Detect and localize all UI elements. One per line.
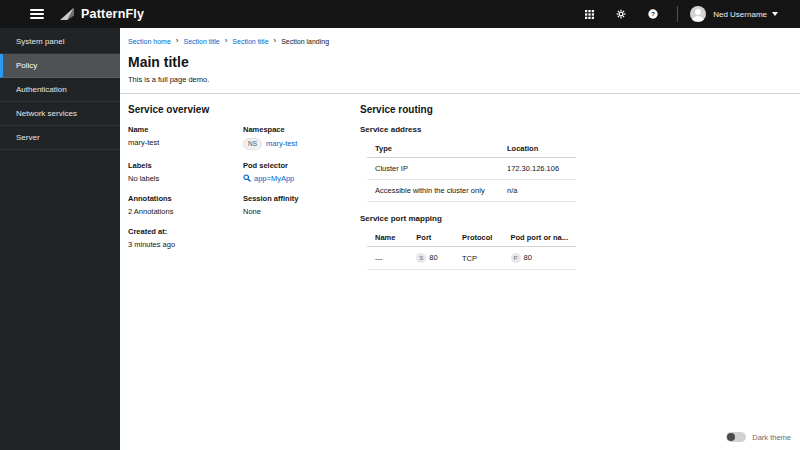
sidebar-item-system-panel[interactable]: System panel <box>0 30 120 54</box>
field-annotations: Annotations 2 Annotations <box>128 194 243 216</box>
breadcrumb-separator-icon: › <box>176 37 179 45</box>
service-overview-section: Service overview Name mary-test Namespac… <box>128 104 360 282</box>
service-routing-section: Service routing Service address Type Loc… <box>360 104 584 282</box>
column-header-port: Port <box>408 229 454 247</box>
app-launcher-icon[interactable] <box>581 6 597 22</box>
svg-text:?: ? <box>651 10 655 17</box>
breadcrumb-current: Section landing <box>281 38 329 45</box>
field-namespace: Namespace NS mary-test <box>243 125 360 150</box>
theme-control: Dark theme <box>726 432 791 442</box>
sidebar-nav: System panel Policy Authentication Netwo… <box>0 28 120 450</box>
field-pod-selector: Pod selector app=MyApp <box>243 161 360 183</box>
table-row: Accessible within the cluster only n/a <box>367 180 576 202</box>
toggle-knob <box>727 433 735 441</box>
pod-port-badge: P <box>511 253 521 263</box>
breadcrumb: Section home › Section title › Section t… <box>128 37 790 45</box>
cell-location: 172.30.126.106 <box>499 158 576 180</box>
field-value: app=MyApp <box>243 174 354 183</box>
breadcrumb-link[interactable]: Section home <box>128 38 171 45</box>
field-label: Created at: <box>128 227 237 236</box>
masthead: PatternFly <box>0 0 800 28</box>
settings-gear-icon[interactable] <box>613 6 629 22</box>
service-overview-title: Service overview <box>128 104 360 115</box>
avatar[interactable] <box>690 6 706 22</box>
breadcrumb-link[interactable]: Section title <box>232 38 268 45</box>
column-header-protocol: Protocol <box>454 229 502 247</box>
cell-protocol: TCP <box>454 247 502 270</box>
cell-port: S80 <box>408 247 454 270</box>
column-header-location: Location <box>499 140 576 158</box>
cell-type: Cluster IP <box>367 158 499 180</box>
page-header: Section home › Section title › Section t… <box>120 28 800 94</box>
sidebar-item-authentication[interactable]: Authentication <box>0 78 120 102</box>
column-header-name: Name <box>367 229 408 247</box>
chevron-down-icon[interactable] <box>772 12 778 16</box>
field-label: Annotations <box>128 194 237 203</box>
nav-toggle-icon[interactable] <box>30 9 44 19</box>
field-value: None <box>243 207 354 216</box>
search-icon <box>243 174 251 182</box>
dark-theme-label: Dark theme <box>752 433 791 442</box>
field-label: Session affinity <box>243 194 354 203</box>
table-row: Cluster IP 172.30.126.106 <box>367 158 576 180</box>
sidebar-item-policy[interactable]: Policy <box>0 54 120 78</box>
field-name: Name mary-test <box>128 125 243 150</box>
cell-name: --- <box>367 247 408 270</box>
page-subtitle: This is a full page demo. <box>128 75 790 84</box>
field-session-affinity: Session affinity None <box>243 194 360 216</box>
brand[interactable]: PatternFly <box>59 7 144 21</box>
cell-pod-port: P80 <box>503 247 577 270</box>
field-value: 3 minutes ago <box>128 240 237 249</box>
username[interactable]: Ned Username <box>713 10 767 19</box>
cell-type: Accessible within the cluster only <box>367 180 499 202</box>
service-routing-title: Service routing <box>360 104 584 115</box>
patternfly-logo-icon <box>59 7 75 21</box>
namespace-badge: NS <box>243 138 262 150</box>
service-port-badge: S <box>416 253 426 263</box>
field-created-at: Created at: 3 minutes ago <box>128 227 243 249</box>
pod-selector-link[interactable]: app=MyApp <box>254 174 294 183</box>
help-question-icon[interactable]: ? <box>645 6 661 22</box>
field-label: Labels <box>128 161 237 170</box>
dark-theme-toggle[interactable] <box>726 432 746 442</box>
cell-location: n/a <box>499 180 576 202</box>
table-row: --- S80 TCP P80 <box>367 247 576 270</box>
service-address-title: Service address <box>360 125 584 134</box>
sidebar-item-network-services[interactable]: Network services <box>0 102 120 126</box>
field-label: Namespace <box>243 125 354 134</box>
page-title: Main title <box>128 54 790 70</box>
brand-name: PatternFly <box>81 7 144 21</box>
column-header-pod-port: Pod port or na... <box>503 229 577 247</box>
main-content: Section home › Section title › Section t… <box>120 28 800 450</box>
field-label: Pod selector <box>243 161 354 170</box>
column-header-type: Type <box>367 140 499 158</box>
sidebar-item-server[interactable]: Server <box>0 126 120 150</box>
service-address-table: Type Location Cluster IP 172.30.126.106 … <box>367 140 576 202</box>
service-port-mapping-table: Name Port Protocol Pod port or na... ---… <box>367 229 576 270</box>
field-label: Name <box>128 125 237 134</box>
field-value: No labels <box>128 174 237 183</box>
field-value: 2 Annotations <box>128 207 237 216</box>
breadcrumb-separator-icon: › <box>274 37 277 45</box>
masthead-divider <box>677 6 678 22</box>
field-value: NS mary-test <box>243 138 354 150</box>
breadcrumb-link[interactable]: Section title <box>183 38 219 45</box>
app-window: PatternFly <box>0 0 800 450</box>
field-value: mary-test <box>128 138 237 147</box>
breadcrumb-separator-icon: › <box>225 37 228 45</box>
field-labels: Labels No labels <box>128 161 243 183</box>
service-port-mapping-title: Service port mapping <box>360 214 584 223</box>
namespace-link[interactable]: mary-test <box>266 139 297 148</box>
